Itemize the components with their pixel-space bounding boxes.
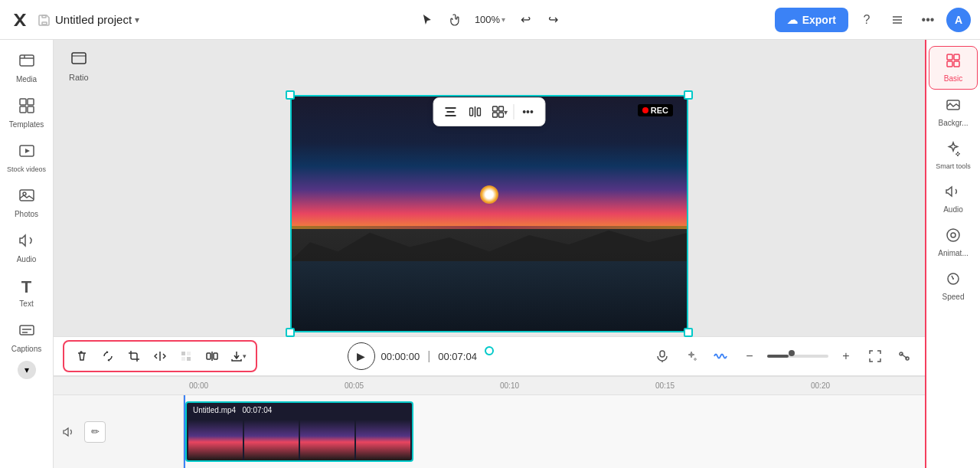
volume-button[interactable] xyxy=(60,423,78,441)
rs-item-background[interactable]: Backgr... xyxy=(929,91,978,133)
sidebar-label-text: Text xyxy=(19,299,33,308)
help-button[interactable]: ? xyxy=(854,8,879,32)
sidebar-label-media: Media xyxy=(16,75,37,83)
more-button[interactable]: ••• xyxy=(916,8,940,32)
logo-icon[interactable] xyxy=(9,9,31,31)
floating-toolbar: ▾ ••• xyxy=(433,97,546,126)
split-button[interactable] xyxy=(201,345,224,368)
handle-top-right[interactable] xyxy=(684,90,693,100)
templates-icon xyxy=(18,97,35,118)
topbar-right: ☁ Export ? ••• A xyxy=(775,8,971,32)
ruler-mark-1: 00:05 xyxy=(343,381,498,390)
handle-bottom-left[interactable] xyxy=(286,328,295,337)
flip-button[interactable] xyxy=(149,345,172,368)
svg-rect-24 xyxy=(492,106,497,111)
animate-icon xyxy=(946,227,961,247)
svg-rect-33 xyxy=(207,353,211,359)
svg-point-43 xyxy=(951,233,956,237)
handle-rotate[interactable] xyxy=(485,346,494,355)
edit-tools-left: ▾ xyxy=(63,340,257,372)
svg-rect-30 xyxy=(181,357,185,361)
canvas-video[interactable]: REC xyxy=(290,95,688,332)
stock-icon xyxy=(18,142,35,163)
zoom-in-button[interactable]: + xyxy=(835,345,858,368)
hand-tool-button[interactable] xyxy=(443,8,467,32)
remove-bg-button[interactable] xyxy=(175,345,198,368)
zoom-out-button[interactable]: − xyxy=(738,345,761,368)
video-water xyxy=(290,261,688,332)
crop-button[interactable] xyxy=(122,345,145,368)
ruler-mark-4: 00:20 xyxy=(809,381,925,390)
svg-rect-11 xyxy=(20,190,34,201)
svg-rect-20 xyxy=(446,115,456,116)
zoom-slider[interactable] xyxy=(767,355,828,358)
right-sidebar: Basic Backgr... Smart tools Audio Animat… xyxy=(925,40,980,468)
svg-rect-37 xyxy=(947,54,952,60)
clip-button[interactable] xyxy=(893,345,916,368)
rs-label-basic: Basic xyxy=(944,74,962,83)
more-options-button[interactable]: ••• xyxy=(518,101,539,123)
bottom-toolbar: ▾ ▶ 00:00:00 | 00:07:04 xyxy=(54,336,925,376)
basic-icon xyxy=(946,53,961,72)
sidebar-item-media[interactable]: Media xyxy=(4,46,50,90)
pointer-tool-button[interactable] xyxy=(415,8,439,32)
layout-dropdown-button[interactable]: ▾ xyxy=(489,101,511,123)
svg-rect-8 xyxy=(20,106,26,113)
wave-button[interactable] xyxy=(709,345,732,368)
sidebar-item-captions[interactable]: Captions xyxy=(4,316,50,359)
svg-rect-6 xyxy=(20,99,26,105)
edit-clip-button[interactable]: ✏ xyxy=(84,421,106,443)
sidebar-item-text[interactable]: T Text xyxy=(4,271,50,314)
handle-top-left[interactable] xyxy=(286,90,295,100)
rs-item-smart-tools[interactable]: Smart tools xyxy=(929,135,978,176)
sidebar-item-stock[interactable]: Stock videos xyxy=(4,136,50,179)
playback-right: − + xyxy=(651,345,916,368)
play-button[interactable]: ▶ xyxy=(348,342,375,370)
ratio-button[interactable]: Ratio xyxy=(63,46,95,85)
video-horizon xyxy=(290,226,688,229)
video-rocks xyxy=(290,214,688,261)
sidebar-item-templates[interactable]: Templates xyxy=(4,91,50,135)
apps-button[interactable] xyxy=(885,8,910,32)
sidebar-item-photos[interactable]: Photos xyxy=(4,181,50,224)
redo-button[interactable]: ↪ xyxy=(541,8,565,32)
video-content: REC xyxy=(290,95,688,332)
canvas-area: Ratio ▾ ••• xyxy=(54,40,925,468)
speed-icon xyxy=(946,271,961,290)
distribute-button[interactable] xyxy=(465,101,486,123)
project-name[interactable]: Untitled project xyxy=(55,13,132,26)
background-icon xyxy=(946,97,961,116)
align-button[interactable] xyxy=(440,101,462,123)
svg-rect-40 xyxy=(954,61,959,67)
save-icon xyxy=(37,12,52,28)
download-button[interactable]: ▾ xyxy=(227,345,250,368)
fullscreen-button[interactable] xyxy=(864,345,887,368)
ruler-mark-0: 00:00 xyxy=(188,381,343,390)
export-label: Export xyxy=(802,14,836,26)
sidebar-expand-button[interactable]: ▾ xyxy=(18,361,36,379)
undo-button[interactable]: ↩ xyxy=(513,8,537,32)
svg-rect-25 xyxy=(498,106,503,111)
rs-item-speed[interactable]: Speed xyxy=(929,265,978,307)
user-avatar[interactable]: A xyxy=(946,8,971,32)
rs-item-audio[interactable]: Audio xyxy=(929,178,978,220)
handle-bottom-right[interactable] xyxy=(684,328,693,337)
svg-rect-0 xyxy=(42,22,47,25)
mic-button[interactable] xyxy=(651,345,674,368)
svg-rect-1 xyxy=(42,15,46,18)
rs-item-basic[interactable]: Basic xyxy=(929,46,978,90)
delete-button[interactable] xyxy=(70,345,93,368)
zoom-button[interactable]: 100% ▾ xyxy=(470,8,510,32)
ratio-label: Ratio xyxy=(69,73,89,82)
timeline-track[interactable]: Untitled.mp4 00:07:04 xyxy=(184,395,925,468)
sidebar-item-audio[interactable]: Audio xyxy=(4,226,50,270)
export-button[interactable]: ☁ Export xyxy=(775,8,848,32)
project-dropdown-icon[interactable]: ▾ xyxy=(135,15,139,25)
clip-block[interactable]: Untitled.mp4 00:07:04 xyxy=(185,401,413,462)
photos-icon xyxy=(18,187,35,208)
zoom-chevron: ▾ xyxy=(501,15,505,24)
canvas-container: REC xyxy=(290,95,688,332)
rotate-button[interactable] xyxy=(96,345,119,368)
rs-item-animate[interactable]: Animat... xyxy=(929,221,978,263)
magic-button[interactable] xyxy=(680,345,703,368)
